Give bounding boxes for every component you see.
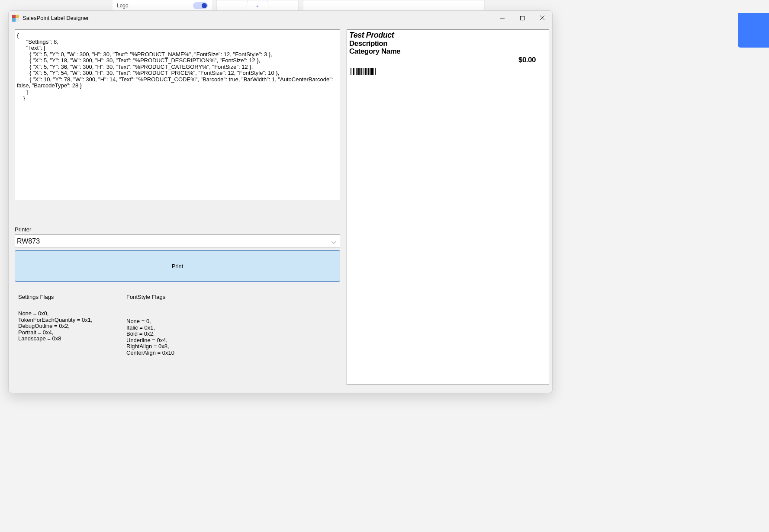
print-button[interactable]: Print <box>15 250 340 282</box>
printer-select[interactable]: RW873 <box>15 234 340 247</box>
label-designer-window: SalesPoint Label Designer Printer RW873 … <box>8 10 553 393</box>
maximize-icon <box>520 16 524 20</box>
bg-logo-row: Logo <box>113 0 212 11</box>
app-icon <box>12 15 19 22</box>
svg-rect-1 <box>521 16 524 20</box>
label-preview: Test Product Description Category Name $… <box>347 29 549 385</box>
maximize-button[interactable] <box>512 11 532 25</box>
bg-logo-toggle[interactable] <box>193 2 208 9</box>
minimize-icon <box>500 16 505 20</box>
minimize-button[interactable] <box>492 11 512 25</box>
preview-price: $0.00 <box>518 56 536 64</box>
close-icon <box>540 16 545 20</box>
label-code-editor[interactable] <box>15 29 340 200</box>
preview-category: Category Name <box>349 47 400 56</box>
bg-logo-label: Logo <box>117 3 129 9</box>
preview-description: Description <box>349 39 387 48</box>
printer-label: Printer <box>15 226 341 233</box>
bg-blue-accent <box>738 13 769 48</box>
printer-select-wrap: RW873 <box>15 234 340 247</box>
settings-flags-body: None = 0x0, TokenForEachQuantity = 0x1, … <box>18 311 100 342</box>
fontstyle-flags-body: None = 0, Italic = 0x1, Bold = 0x2, Unde… <box>126 318 174 356</box>
titlebar[interactable]: SalesPoint Label Designer <box>9 11 552 25</box>
close-button[interactable] <box>532 11 552 25</box>
preview-barcode <box>351 68 376 75</box>
fontstyle-flags-header: FontStyle Flags <box>126 294 174 300</box>
preview-product-name: Test Product <box>349 31 394 40</box>
bg-right-panel <box>303 0 485 11</box>
window-title: SalesPoint Label Designer <box>23 15 89 21</box>
settings-flags-header: Settings Flags <box>18 294 100 300</box>
